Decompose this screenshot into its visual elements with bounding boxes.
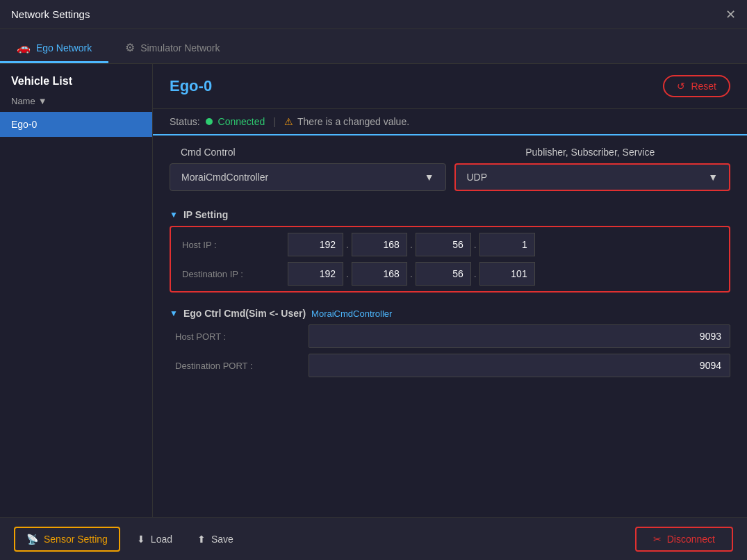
gear-icon: ⚙: [125, 41, 135, 54]
sort-button[interactable]: Name ▼: [0, 93, 152, 112]
chevron-down-icon: ▼: [170, 308, 178, 318]
destination-port-input[interactable]: [309, 354, 730, 377]
status-bar: Status: Connected | ⚠ There is a changed…: [153, 109, 747, 135]
host-ip-fields: . . .: [288, 233, 723, 256]
car-icon: 🚗: [17, 41, 31, 54]
reset-icon: ↺: [677, 81, 685, 92]
chevron-down-icon: ▼: [425, 172, 434, 183]
chevron-down-icon: ▼: [708, 172, 718, 183]
window-title: Network Settings: [11, 8, 90, 20]
column-headers: Cmd Control Publisher, Subscriber, Servi…: [170, 135, 730, 163]
host-ip-a[interactable]: [288, 233, 343, 256]
destination-ip-fields: . . .: [288, 262, 723, 286]
sidebar-item-ego-0[interactable]: Ego-0: [0, 112, 152, 137]
vehicle-list-header: Vehicle List: [0, 64, 152, 93]
download-icon: ⬇: [137, 534, 145, 545]
ego-ctrl-section-header: ▼ Ego Ctrl Cmd(Sim <- User) MoraiCmdCont…: [170, 301, 730, 324]
destination-ip-label: Destination IP :: [177, 269, 288, 279]
footer: 📡 Sensor Setting ⬇ Load ⬆ Save ✂ Disconn…: [0, 517, 747, 560]
footer-left: 📡 Sensor Setting ⬇ Load ⬆ Save: [14, 527, 242, 552]
cmd-control-header: Cmd Control: [170, 147, 450, 158]
destination-ip-c[interactable]: [416, 262, 471, 286]
ip-group: Host IP : . . . Destination: [170, 226, 730, 293]
upload-icon: ⬆: [197, 534, 206, 545]
panel-header: Ego-0 ↺ Reset: [153, 64, 747, 109]
destination-port-row: Destination PORT :: [170, 354, 730, 377]
content-area: Cmd Control Publisher, Subscriber, Servi…: [153, 135, 747, 400]
ip-setting-section-header[interactable]: ▼ IP Setting: [170, 202, 730, 226]
tab-simulator-network[interactable]: ⚙ Simulator Network: [108, 34, 236, 63]
main-content: Vehicle List Name ▼ Ego-0 Ego-0 ↺ Reset …: [0, 64, 747, 517]
host-ip-c[interactable]: [416, 233, 471, 256]
right-panel: Ego-0 ↺ Reset Status: Connected | ⚠ Ther…: [153, 64, 747, 517]
publisher-header: Publisher, Subscriber, Service: [450, 147, 731, 158]
destination-ip-d[interactable]: [479, 262, 535, 286]
destination-ip-row: Destination IP : . . .: [177, 262, 723, 286]
host-port-row: Host PORT :: [170, 324, 730, 348]
sensor-icon: 📡: [26, 534, 38, 545]
destination-port-label: Destination PORT :: [170, 361, 309, 371]
warning-icon: ⚠: [284, 116, 293, 127]
panel-title: Ego-0: [170, 77, 212, 95]
network-settings-window: Network Settings ✕ 🚗 Ego Network ⚙ Simul…: [0, 0, 747, 560]
status-indicator: [206, 118, 213, 125]
sidebar: Vehicle List Name ▼ Ego-0: [0, 64, 153, 517]
host-port-label: Host PORT :: [170, 331, 309, 342]
status-connected-text: Connected: [218, 116, 265, 127]
disconnect-button[interactable]: ✂ Disconnect: [635, 527, 733, 552]
protocol-controls: MoraiCmdController ▼ UDP ▼: [170, 163, 730, 191]
host-ip-row: Host IP : . . .: [177, 233, 723, 256]
title-bar: Network Settings ✕: [0, 0, 747, 29]
host-ip-label: Host IP :: [177, 240, 288, 250]
status-warning: ⚠ There is a changed value.: [284, 116, 409, 127]
close-button[interactable]: ✕: [725, 8, 736, 21]
reset-button[interactable]: ↺ Reset: [663, 75, 730, 97]
tab-ego-network[interactable]: 🚗 Ego Network: [0, 34, 108, 63]
destination-ip-a[interactable]: [288, 262, 343, 286]
host-ip-d[interactable]: [479, 233, 535, 256]
sensor-setting-button[interactable]: 📡 Sensor Setting: [14, 527, 120, 552]
ego-ctrl-controller-label: MoraiCmdController: [311, 308, 392, 319]
status-separator: |: [273, 116, 276, 127]
save-button[interactable]: ⬆ Save: [189, 528, 242, 550]
destination-ip-b[interactable]: [352, 262, 407, 286]
load-button[interactable]: ⬇ Load: [129, 528, 181, 550]
chevron-down-icon: ▼: [38, 96, 47, 106]
host-port-input[interactable]: [309, 324, 730, 348]
host-ip-b[interactable]: [352, 233, 407, 256]
tab-bar: 🚗 Ego Network ⚙ Simulator Network: [0, 29, 747, 64]
ego-ctrl-label: Ego Ctrl Cmd(Sim <- User): [183, 308, 306, 319]
cmd-controller-dropdown[interactable]: MoraiCmdController ▼: [170, 163, 446, 191]
disconnect-icon: ✂: [653, 534, 662, 545]
chevron-down-icon: ▼: [170, 210, 178, 220]
protocol-dropdown[interactable]: UDP ▼: [454, 163, 731, 191]
